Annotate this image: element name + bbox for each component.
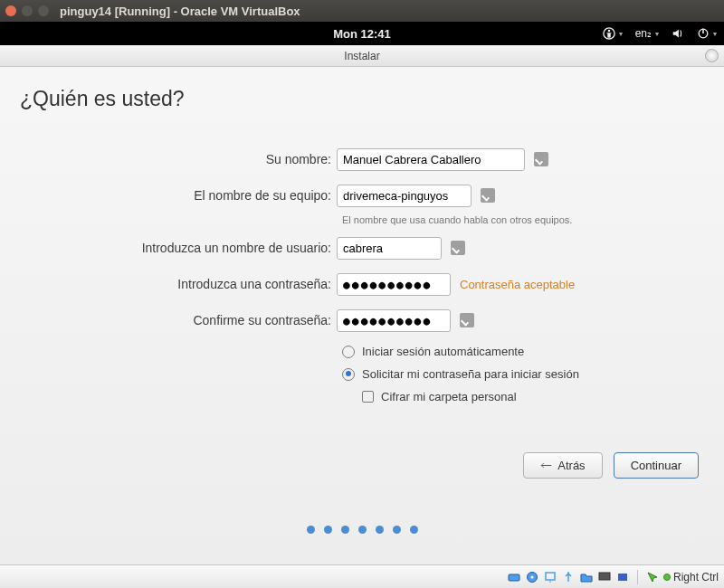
- svg-rect-10: [618, 574, 627, 581]
- mouse-integration-icon[interactable]: [645, 570, 660, 584]
- host-titlebar: pinguy14 [Running] - Oracle VM VirtualBo…: [0, 0, 724, 22]
- back-button-label: Atrás: [557, 459, 585, 472]
- svg-rect-7: [546, 573, 555, 580]
- host-key-label: Right Ctrl: [673, 571, 719, 583]
- volume-indicator[interactable]: [672, 27, 684, 40]
- svg-point-6: [530, 575, 533, 578]
- username-input[interactable]: [337, 237, 442, 260]
- option-encrypt-home[interactable]: Cifrar mi carpeta personal: [362, 390, 704, 403]
- password-input[interactable]: [337, 273, 451, 296]
- check-icon: [460, 313, 474, 327]
- gnome-top-bar: Mon 12:41 ▾ en₂ ▾ ▾: [0, 22, 724, 45]
- svg-rect-9: [599, 573, 610, 580]
- label-your-name: Su nombre:: [83, 152, 337, 166]
- page-title: ¿Quién es usted?: [20, 87, 704, 111]
- hostname-input[interactable]: [337, 185, 472, 207]
- keyboard-layout-label: en₂: [635, 27, 652, 40]
- installer-titlebar: Instalar: [0, 45, 724, 67]
- window-title: pinguy14 [Running] - Oracle VM VirtualBo…: [60, 5, 300, 18]
- svg-point-1: [607, 30, 610, 33]
- host-key-indicator[interactable]: Right Ctrl: [663, 571, 719, 583]
- radio-icon: [342, 346, 355, 358]
- label-password: Introduzca una contraseña:: [83, 277, 337, 291]
- shared-folders-icon[interactable]: [579, 570, 594, 584]
- continue-button-label: Continuar: [631, 459, 681, 472]
- window-maximize-button[interactable]: [38, 5, 49, 16]
- hard-disk-icon[interactable]: [507, 570, 521, 584]
- check-icon: [451, 241, 465, 255]
- check-icon: [481, 188, 495, 203]
- password-strength-label: Contraseña aceptable: [460, 278, 575, 291]
- continue-button[interactable]: Continuar: [614, 452, 699, 479]
- label-computer-name: El nombre de su equipo:: [83, 188, 337, 203]
- accessibility-menu[interactable]: ▾: [603, 27, 623, 40]
- optical-disk-icon[interactable]: [525, 570, 539, 584]
- name-input[interactable]: [337, 148, 525, 171]
- back-button[interactable]: 🡐Atrás: [523, 452, 602, 479]
- label-username: Introduzca un nombre de usuario:: [83, 241, 337, 255]
- progress-dots: [0, 521, 724, 537]
- option-require-password[interactable]: Solicitar mi contraseña para iniciar ses…: [342, 367, 704, 381]
- installer-title: Instalar: [344, 50, 379, 62]
- usb-icon[interactable]: [561, 570, 576, 584]
- keyboard-layout-indicator[interactable]: en₂ ▾: [635, 27, 659, 40]
- hostname-hint: El nombre que usa cuando habla con otros…: [342, 214, 572, 225]
- virtualbox-status-bar: Right Ctrl: [0, 564, 724, 588]
- display-icon[interactable]: [597, 570, 612, 584]
- window-close-button[interactable]: [5, 5, 16, 16]
- checkbox-icon: [362, 391, 374, 403]
- label-confirm-password: Confirme su contraseña:: [83, 313, 337, 327]
- check-icon: [534, 152, 548, 166]
- installer-window: Instalar ¿Quién es usted? Su nombre: El …: [0, 45, 724, 564]
- svg-rect-4: [509, 574, 519, 581]
- confirm-password-input[interactable]: [337, 309, 451, 332]
- arrow-left-icon: 🡐: [540, 459, 552, 472]
- installer-close-button[interactable]: [705, 49, 719, 62]
- power-menu[interactable]: ▾: [697, 27, 717, 40]
- option-encrypt-home-label: Cifrar mi carpeta personal: [381, 390, 517, 403]
- option-auto-login[interactable]: Iniciar sesión automáticamente: [342, 345, 704, 358]
- clock[interactable]: Mon 12:41: [333, 27, 391, 41]
- video-capture-icon[interactable]: [615, 570, 630, 584]
- window-minimize-button[interactable]: [22, 5, 33, 16]
- network-icon[interactable]: [543, 570, 557, 584]
- option-auto-login-label: Iniciar sesión automáticamente: [362, 345, 524, 358]
- radio-icon: [342, 368, 355, 381]
- option-require-password-label: Solicitar mi contraseña para iniciar ses…: [362, 367, 579, 381]
